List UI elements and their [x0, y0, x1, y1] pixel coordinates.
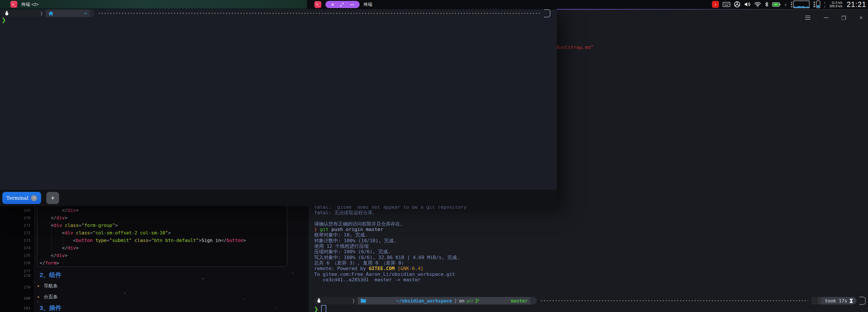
- tab-terminal[interactable]: Terminal ×: [2, 192, 41, 204]
- git-output: fatal: 'gitee' does not appear to be a g…: [314, 204, 467, 282]
- prompt-dotted-fill: [98, 9, 540, 17]
- ram-meter[interactable]: R A M: [813, 1, 820, 8]
- close-icon[interactable]: ×: [332, 2, 334, 7]
- terminal-output-line: ce3cd41..a2853d1 master -> master: [314, 277, 467, 282]
- tux-icon: [5, 9, 38, 17]
- terminal-output-line: remote: Powered by GITEE.COM [GNK-6.4]: [314, 266, 467, 271]
- cpu-graph: [793, 1, 809, 8]
- code-line[interactable]: </div>: [40, 244, 79, 252]
- git-branch-icon: [475, 297, 509, 305]
- prompt-pill: ) ~/obsidian_workspace ) on git master: [314, 297, 537, 305]
- new-tab-button[interactable]: +: [46, 192, 59, 204]
- prompt-caret: ❯: [314, 306, 318, 312]
- wifi-icon[interactable]: [754, 2, 761, 7]
- git-input-line[interactable]: ❯: [314, 305, 326, 312]
- duration-badge: took 17s: [822, 297, 857, 305]
- cwd-path: ~/obsidian_workspace: [396, 298, 452, 304]
- line-number: 176: [24, 261, 30, 265]
- folder-icon: [361, 297, 394, 305]
- menu-icon[interactable]: [805, 15, 810, 20]
- upload-speed: 11.5: [826, 1, 837, 4]
- line-number: 178: [24, 274, 30, 278]
- cpu-label: C P U: [791, 1, 793, 7]
- taskbar-item-terminal-2[interactable]: >_ 终端 <2>: [10, 1, 39, 8]
- line-number: 179: [24, 285, 30, 289]
- minimize-icon[interactable]: —: [350, 2, 353, 7]
- heading-components[interactable]: 2、组件: [40, 271, 61, 279]
- code-line[interactable]: </div>: [40, 252, 67, 259]
- terminal-tab-bar: Terminal × +: [0, 190, 557, 206]
- code-line[interactable]: <div class="form-group">: [40, 222, 118, 229]
- input-method-icon[interactable]: [734, 1, 740, 7]
- cpu-meter[interactable]: C P U: [791, 1, 809, 8]
- minimize-icon[interactable]: —: [824, 15, 828, 20]
- return-icon: [859, 297, 866, 305]
- window-title: 终端 <2>: [22, 2, 39, 7]
- tab-close-button[interactable]: ×: [31, 195, 37, 201]
- heading-plugins[interactable]: 3、插件: [40, 304, 61, 312]
- bluetooth-icon[interactable]: [765, 2, 768, 7]
- code-line[interactable]: </div>: [40, 214, 67, 222]
- window-controls-pill: × —: [326, 1, 360, 8]
- list-item[interactable]: 导航条: [44, 283, 58, 289]
- chevron-right-icon[interactable]: ›: [784, 2, 787, 7]
- home-icon: [49, 9, 82, 17]
- battery-icon[interactable]: [772, 2, 781, 7]
- system-tray: ♪ › C P U: [712, 0, 866, 9]
- ram-label: R A M: [813, 1, 815, 7]
- netease-music-icon[interactable]: ♪: [712, 1, 719, 8]
- line-number: 169: [24, 208, 30, 213]
- terminal-output-line: ❯ git push origin master: [314, 227, 467, 232]
- prompt-dotted-fill: [540, 297, 808, 305]
- code-line[interactable]: <button type="submit" class="btn btn-def…: [40, 237, 246, 244]
- main-prompt-line: ) ~: [2, 9, 550, 17]
- line-number: 181: [24, 306, 30, 310]
- terminal-output-line: 使用 12 个线程进行压缩: [314, 243, 467, 249]
- list-bullet: [38, 297, 39, 298]
- list-item[interactable]: 分页条: [44, 294, 58, 300]
- line-number: 177: [24, 269, 30, 273]
- terminal-output-line: 枚举对象中: 10, 完成.: [314, 232, 467, 238]
- line-number: 173: [24, 238, 30, 243]
- terminal-output-line: 压缩对象中: 100% (6/6), 完成.: [314, 249, 467, 254]
- ram-bar: [816, 1, 820, 8]
- tux-icon: [317, 297, 350, 305]
- line-number: 175: [24, 253, 30, 258]
- terminal-output-line: 写入对象中: 100% (6/6), 32.86 KiB | 4.69 MiB/…: [314, 255, 467, 260]
- code-line[interactable]: </div>: [40, 207, 79, 214]
- cwd-path: ~: [84, 11, 87, 16]
- line-number: 180: [24, 296, 30, 301]
- git-window-controls: — ×: [805, 15, 863, 20]
- branch-name: master: [511, 298, 528, 304]
- line-number: 174: [24, 246, 30, 250]
- line-number: 171: [24, 223, 30, 227]
- network-speed[interactable]: ↑11.5k/s ↓305.8k/s: [824, 1, 842, 8]
- download-arrow: ↓: [824, 4, 826, 8]
- code-line[interactable]: </form>: [40, 259, 59, 267]
- code-line[interactable]: <div class="col-sm-offset-2 col-sm-10">: [40, 229, 171, 237]
- terminal-app-icon[interactable]: >_: [314, 1, 321, 8]
- line-number: 172: [24, 231, 30, 235]
- terminal-output-line: To gitee.com:Free_Aaron_Li/obsidian_work…: [314, 272, 467, 277]
- prompt-caret[interactable]: ❯: [1, 17, 6, 23]
- markdown-editor-window: 169170171172173174175176177178179180181 …: [0, 206, 309, 312]
- taskbar: >_ 终端 <2> >_ × — 终端 ♪: [0, 0, 868, 9]
- window-title: 终端: [364, 2, 372, 7]
- download-speed: 305.8: [826, 4, 837, 8]
- git-prompt-line: ) ~/obsidian_workspace ) on git master: [314, 297, 866, 305]
- clock[interactable]: 21:21: [846, 0, 866, 9]
- terminal-cursor: [321, 305, 326, 312]
- taskbar-item-terminal[interactable]: >_ × — 终端: [314, 1, 372, 8]
- line-number: 170: [24, 216, 30, 220]
- restore-icon[interactable]: [340, 3, 344, 7]
- restore-icon[interactable]: [842, 15, 846, 20]
- close-icon[interactable]: ×: [859, 15, 863, 20]
- terminal-output-line: 对象计数中: 100% (10/10), 完成.: [314, 238, 467, 243]
- upload-arrow: ↑: [824, 1, 826, 4]
- desktop-screen: — × Bootstrap.md" fatal: 'gitee' does no…: [0, 0, 868, 312]
- volume-icon[interactable]: [744, 2, 750, 7]
- terminal-output-line: fatal: 无法读取远程仓库。: [314, 210, 467, 215]
- return-icon: [544, 9, 550, 18]
- terminal-app-icon[interactable]: >_: [10, 1, 18, 8]
- keyboard-icon[interactable]: [723, 2, 730, 7]
